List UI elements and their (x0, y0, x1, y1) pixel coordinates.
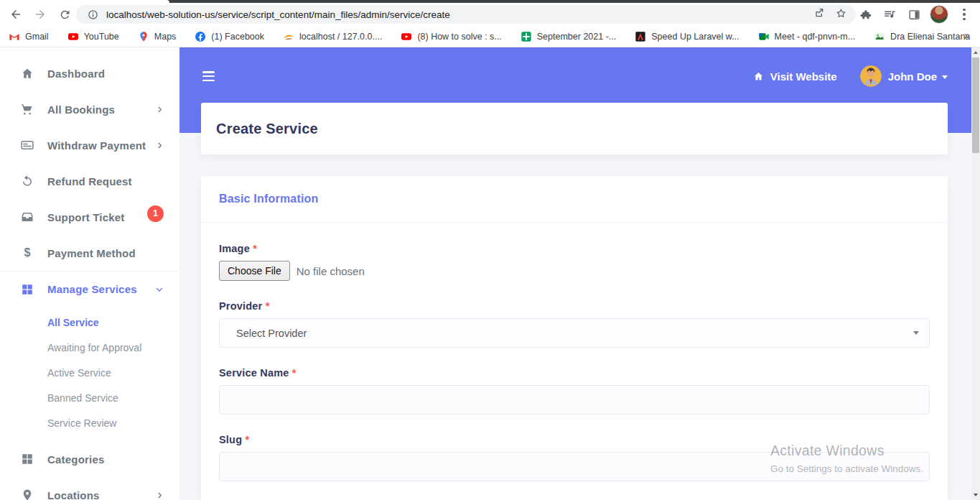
bookmark-maps[interactable]: Maps (138, 31, 177, 42)
chevron-right-icon (156, 142, 164, 149)
submenu-item-awaiting-approval[interactable]: Awaiting for Approval (0, 335, 179, 360)
bookmark-gmail[interactable]: Gmail (9, 31, 49, 42)
site-favicon (874, 31, 885, 42)
sidebar: Dashboard All Bookings Withdraw Payment … (0, 47, 179, 500)
home-icon (20, 67, 34, 80)
required-mark: * (292, 367, 297, 379)
card-body: Image * Choose File No file chosen Provi… (201, 223, 948, 481)
bookmark-label: localhost / 127.0.0.... (299, 32, 382, 42)
scrollbar-thumb[interactable] (972, 57, 979, 153)
toolbar-right-cluster (857, 3, 980, 26)
share-icon[interactable] (813, 7, 825, 22)
choose-file-button[interactable]: Choose File (219, 261, 290, 281)
side-panel-icon[interactable] (905, 6, 923, 23)
calendar-app-icon (521, 31, 532, 42)
service-name-label: Service Name * (219, 367, 930, 379)
sidebar-item-categories[interactable]: Categories (0, 441, 179, 477)
sidebar-item-label: Dashboard (47, 68, 105, 80)
submenu-item-service-review[interactable]: Service Review (0, 410, 179, 435)
service-name-field-group: Service Name * (219, 367, 930, 415)
bookmark-label: September 2021 -... (537, 32, 616, 42)
page-title: Create Service (216, 121, 318, 137)
bookmark-youtube[interactable]: YouTube (67, 31, 119, 42)
service-name-input[interactable] (219, 385, 930, 415)
bookmark-howtosolve[interactable]: (8) How to solve : s... (401, 31, 501, 42)
provider-select[interactable]: Select Provider (219, 318, 930, 348)
chevron-down-icon (155, 285, 164, 294)
bookmark-dra-elienai[interactable]: Dra Elienai Santana (874, 31, 970, 42)
scrollbar-up-arrow[interactable] (971, 47, 980, 57)
url-text[interactable]: localhost/web-solution-us/service/script… (106, 9, 813, 20)
extensions-puzzle-icon[interactable] (857, 6, 874, 23)
sidebar-item-manage-services[interactable]: Manage Services (0, 271, 179, 307)
page-scrollbar[interactable] (971, 47, 980, 500)
visit-website-link[interactable]: Visit Website (752, 70, 837, 83)
support-ticket-badge: 1 (147, 205, 164, 222)
sidebar-item-locations[interactable]: Locations (0, 477, 179, 500)
page-viewport: Dashboard All Bookings Withdraw Payment … (0, 47, 980, 500)
inbox-ticket-icon (20, 210, 34, 223)
bookmark-phpmyadmin[interactable]: localhost / 127.0.0.... (283, 31, 382, 42)
phpmyadmin-icon (283, 31, 294, 42)
image-field-group: Image * Choose File No file chosen (219, 243, 930, 281)
sidebar-item-withdraw-payment[interactable]: Withdraw Payment (0, 127, 179, 163)
required-mark: * (245, 434, 249, 445)
bookmark-meet[interactable]: Meet - qdf-pnvn-m... (758, 31, 856, 42)
facebook-icon (195, 31, 206, 42)
image-label: Image * (219, 243, 930, 254)
hamburger-menu-icon[interactable] (202, 71, 215, 81)
grid-icon (20, 453, 34, 466)
caret-down-icon (942, 75, 948, 79)
forward-arrow-icon (34, 8, 47, 21)
user-avatar[interactable] (860, 65, 882, 87)
sidebar-item-label: Locations (47, 489, 100, 500)
youtube-icon (401, 31, 412, 42)
sidebar-item-payment-method[interactable]: $ Payment Method (0, 235, 179, 271)
manage-services-submenu: All Service Awaiting for Approval Active… (0, 307, 179, 441)
back-button[interactable] (7, 6, 24, 23)
bookmark-september[interactable]: September 2021 -... (521, 31, 616, 42)
sidebar-item-label: Manage Services (47, 283, 137, 295)
address-bar[interactable]: localhost/web-solution-us/service/script… (76, 5, 856, 24)
sidebar-item-dashboard[interactable]: Dashboard (0, 55, 179, 91)
required-mark: * (266, 300, 270, 312)
back-arrow-icon (9, 8, 22, 21)
sidebar-item-label: Withdraw Payment (47, 139, 146, 152)
bookmark-label: Gmail (25, 32, 49, 42)
section-title: Basic Information (219, 193, 319, 205)
payment-card-icon (20, 139, 34, 152)
grid-icon (20, 283, 34, 296)
browser-profile-avatar[interactable] (930, 5, 948, 24)
chrome-menu-icon[interactable] (956, 6, 973, 23)
submenu-item-banned-service[interactable]: Banned Service (0, 385, 179, 410)
bookmarks-bar: Gmail YouTube Maps (1) Facebook localhos… (0, 26, 980, 47)
visit-website-label: Visit Website (770, 70, 837, 83)
laravel-article-icon (635, 31, 646, 42)
forward-button[interactable] (32, 6, 49, 23)
site-info-icon[interactable] (86, 8, 99, 21)
bookmark-facebook[interactable]: (1) Facebook (195, 31, 264, 42)
user-menu[interactable]: John Doe (888, 70, 948, 83)
bookmark-laravel[interactable]: Speed Up Laravel w... (635, 31, 739, 42)
sidebar-item-support-ticket[interactable]: Support Ticket 1 (0, 199, 179, 235)
chevron-right-icon (156, 106, 164, 114)
google-meet-icon (758, 31, 770, 42)
undo-refund-icon (20, 175, 34, 188)
bookmarks-overflow-chevron[interactable]: » (964, 29, 970, 41)
slug-input[interactable] (219, 452, 930, 481)
sidebar-item-all-bookings[interactable]: All Bookings (0, 91, 179, 127)
reload-button[interactable] (56, 6, 73, 23)
provider-label: Provider * (219, 300, 930, 312)
bookmark-label: (8) How to solve : s... (417, 32, 501, 42)
submenu-item-all-service[interactable]: All Service (0, 310, 179, 335)
scrollbar-down-arrow[interactable] (971, 490, 980, 500)
media-playlist-icon[interactable] (881, 6, 898, 23)
bookmark-star-icon[interactable] (835, 7, 847, 22)
browser-toolbar: localhost/web-solution-us/service/script… (0, 3, 980, 26)
sidebar-item-label: Refund Request (47, 175, 132, 188)
location-pin-icon (20, 489, 34, 500)
cart-icon (20, 103, 34, 116)
slug-field-group: Slug * (219, 434, 930, 481)
sidebar-item-refund-request[interactable]: Refund Request (0, 163, 179, 199)
submenu-item-active-service[interactable]: Active Service (0, 360, 179, 385)
